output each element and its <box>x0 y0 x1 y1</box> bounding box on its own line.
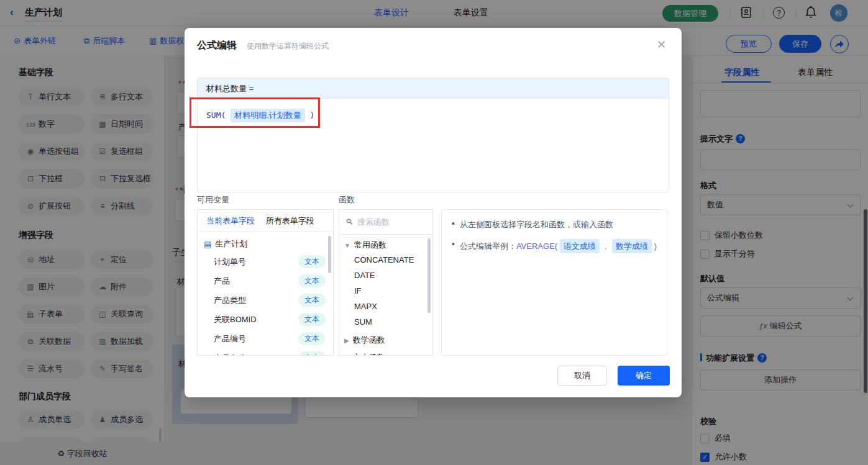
function-search[interactable]: 🔍︎ <box>339 210 432 235</box>
example-function: AVERAGE( <box>516 242 557 251</box>
variable-row[interactable]: 产品类型文本 <box>198 291 333 310</box>
tab-all-form-fields[interactable]: 所有表单字段 <box>266 216 314 225</box>
formula-field-chip[interactable]: 材料明细.计划数量 <box>231 109 305 122</box>
function-item[interactable]: SUM <box>339 314 432 330</box>
type-badge: 文本 <box>298 255 326 268</box>
functions-label: 函数 <box>339 194 355 205</box>
formula-function: SUM( <box>206 111 226 120</box>
variables-tree-root[interactable]: ▤生产计划 <box>198 232 333 252</box>
type-badge: 文本 <box>298 274 326 287</box>
variables-panel: 当前表单字段 所有表单字段 ▤生产计划 计划单号文本 产品文本 产品类型文本 关… <box>197 209 334 356</box>
function-group-text[interactable]: ▶文本函数 <box>339 347 432 356</box>
example-chip: 数学成绩 <box>612 239 652 253</box>
search-icon: 🔍︎ <box>345 217 354 227</box>
variable-row[interactable]: 产品编号文本 <box>198 329 333 348</box>
formula-close-paren: ) <box>310 111 315 120</box>
formula-input[interactable]: SUM( 材料明细.计划数量 ) <box>198 99 669 132</box>
variables-label: 可用变量 <box>197 194 229 205</box>
bullet: • <box>452 219 455 230</box>
chevron-right-icon: ▶ <box>344 337 349 344</box>
function-search-input[interactable] <box>357 217 419 227</box>
confirm-button[interactable]: 确定 <box>618 366 670 386</box>
modal-title: 公式编辑 <box>197 39 237 52</box>
close-icon[interactable]: ✕ <box>657 38 666 52</box>
formula-editor: 材料总数量 = SUM( 材料明细.计划数量 ) <box>197 78 669 192</box>
type-badge: 文本 <box>298 332 326 345</box>
chevron-down-icon: ▼ <box>344 242 350 249</box>
function-group-common[interactable]: ▼常用函数 <box>339 235 432 252</box>
functions-scrollbar[interactable] <box>427 238 431 313</box>
tip-line: •从左侧面板选择字段名和函数，或输入函数 <box>442 210 667 230</box>
form-doc-icon: ▤ <box>204 240 211 249</box>
variables-tabs: 当前表单字段 所有表单字段 <box>198 210 333 232</box>
functions-panel: 🔍︎ ▼常用函数 CONCATENATE DATE IF MAPX SUM ▶数… <box>339 209 433 356</box>
tab-current-form-fields[interactable]: 当前表单字段 <box>206 216 255 225</box>
function-item[interactable]: CONCATENATE <box>339 252 432 268</box>
function-item[interactable]: DATE <box>339 268 432 283</box>
example-chip: 语文成绩 <box>560 239 600 253</box>
function-item[interactable]: MAPX <box>339 299 432 314</box>
function-group-math[interactable]: ▶数学函数 <box>339 330 432 347</box>
variable-row[interactable]: 关联BOMID文本 <box>198 310 333 329</box>
tip-line-example: • 公式编辑举例：AVERAGE( 语文成绩 ， 数学成绩 ) <box>442 230 667 253</box>
variable-row[interactable]: 产品文本 <box>198 271 333 291</box>
cancel-button[interactable]: 取消 <box>557 366 607 386</box>
formula-edit-modal: 公式编辑 使用数学运算符编辑公式 ✕ 材料总数量 = SUM( 材料明细.计划数… <box>185 28 682 397</box>
variables-scrollbar[interactable] <box>328 236 331 273</box>
type-badge: 文本 <box>298 351 326 356</box>
chevron-right-icon: ▶ <box>344 354 349 356</box>
type-badge: 文本 <box>298 313 326 326</box>
tips-panel: •从左侧面板选择字段名和函数，或输入函数 • 公式编辑举例：AVERAGE( 语… <box>441 209 667 356</box>
variable-row[interactable]: 计划单号文本 <box>198 252 333 271</box>
type-badge: 文本 <box>298 294 326 307</box>
formula-target: 材料总数量 = <box>198 78 669 99</box>
function-item[interactable]: IF <box>339 283 432 299</box>
bullet: • <box>452 239 455 253</box>
variable-row[interactable]: 产品名称文本 <box>198 348 333 356</box>
modal-subtitle: 使用数学运算符编辑公式 <box>247 41 329 52</box>
